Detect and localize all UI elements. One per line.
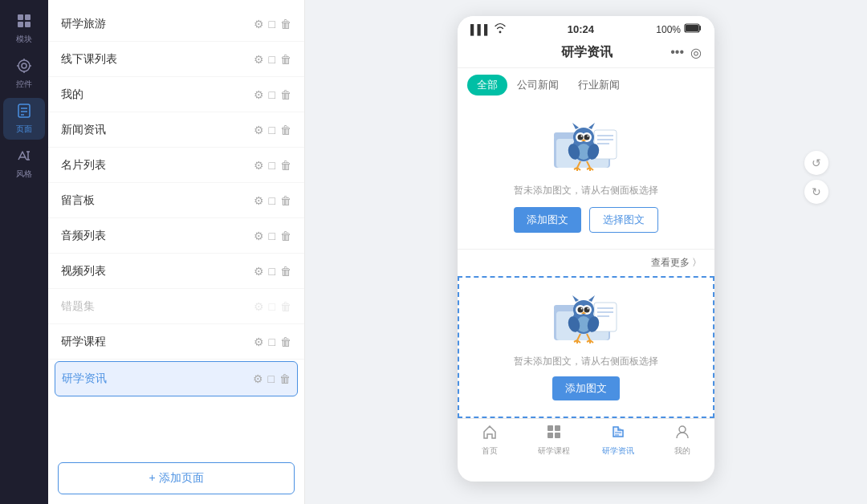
settings-icon[interactable]: ⚙ [254,159,264,172]
delete-icon[interactable]: 🗑 [279,372,291,385]
settings-icon[interactable]: ⚙ [254,230,264,242]
add-image-button-top[interactable]: 添加图文 [514,207,581,233]
svg-rect-1 [25,14,31,20]
nav-item-blocks[interactable]: 模块 [3,8,45,50]
undo-button[interactable]: ↺ [804,151,828,175]
copy-icon[interactable]: □ [269,265,275,278]
settings-icon[interactable]: ⚙ [254,18,264,30]
svg-rect-80 [555,433,560,438]
copy-icon[interactable]: □ [269,335,275,348]
bottom-nav-research-course[interactable]: 研学课程 [522,419,586,461]
battery-label: 100% [656,24,681,35]
page-item-name: 我的 [61,87,254,102]
svg-point-32 [578,135,584,140]
page-item-actions: ⚙ □ 🗑 [254,335,291,348]
owl-illustration-top [550,118,622,174]
delete-icon[interactable]: 🗑 [280,194,291,207]
settings-icon[interactable]: ⚙ [254,124,264,136]
copy-icon[interactable]: □ [269,18,275,30]
style-icon [16,148,32,166]
undo-redo-group: ↺ ↻ [804,151,828,204]
phone-frame: ▌▌▌ 10:24 100% [458,16,714,482]
page-item-schedule[interactable]: 线下课列表 ⚙ □ 🗑 [48,42,304,77]
settings-icon[interactable]: ⚙ [254,335,264,348]
bottom-nav-mine-label: 我的 [674,445,690,457]
svg-rect-0 [18,14,23,20]
svg-point-4 [22,63,26,68]
more-icon[interactable]: ••• [670,45,684,60]
nav-label-controls: 控件 [16,79,32,90]
page-item-news[interactable]: 新闻资讯 ⚙ □ 🗑 [48,112,304,148]
svg-rect-18 [686,25,698,31]
delete-icon: 🗑 [280,300,291,313]
delete-icon[interactable]: 🗑 [280,265,291,278]
svg-rect-78 [555,425,560,431]
settings-icon[interactable]: ⚙ [254,265,264,278]
phone-tab-company[interactable]: 公司新闻 [507,75,568,96]
bottom-nav-research-course-label: 研学课程 [538,445,570,457]
delete-icon[interactable]: 🗑 [280,18,291,30]
copy-icon[interactable]: □ [269,230,275,242]
copy-icon[interactable]: □ [269,53,275,66]
select-image-button-top[interactable]: 选择图文 [589,207,658,233]
svg-marker-57 [572,295,579,302]
page-item-video[interactable]: 视频列表 ⚙ □ 🗑 [48,254,304,289]
delete-icon[interactable]: 🗑 [280,159,291,172]
main-area: ↺ ↻ ▌▌▌ 10:24 10 [305,0,867,504]
delete-icon[interactable]: 🗑 [280,335,291,348]
copy-icon[interactable]: □ [269,88,275,101]
settings-icon[interactable]: ⚙ [253,372,263,385]
add-page-button[interactable]: + 添加页面 [58,462,295,494]
phone-container: ↺ ↻ ▌▌▌ 10:24 10 [305,0,867,504]
svg-marker-28 [572,123,579,129]
page-item-name: 音频列表 [61,229,254,243]
battery-icon [684,23,702,35]
copy-icon[interactable]: □ [269,194,275,207]
delete-icon[interactable]: 🗑 [280,53,291,66]
target-icon[interactable]: ◎ [690,45,702,60]
svg-rect-3 [25,22,31,27]
copy-icon[interactable]: □ [269,124,275,136]
settings-icon[interactable]: ⚙ [254,88,264,101]
nav-item-pages[interactable]: 页面 [3,98,45,140]
nav-item-style[interactable]: 风格 [3,143,45,185]
phone-tabs: 全部 公司新闻 行业新闻 [458,68,714,102]
page-item-cards[interactable]: 名片列表 ⚙ □ 🗑 [48,148,304,183]
page-item-actions: ⚙ □ 🗑 [254,300,291,313]
phone-tab-all[interactable]: 全部 [467,75,507,96]
page-item-actions: ⚙ □ 🗑 [253,372,291,385]
home-icon [482,424,498,444]
nav-item-controls[interactable]: 控件 [3,53,45,95]
bottom-nav-home[interactable]: 首页 [458,419,522,461]
page-item-name: 研学资讯 [62,372,253,386]
page-panel: 研学旅游 ⚙ □ 🗑 线下课列表 ⚙ □ 🗑 我的 ⚙ □ 🗑 [48,0,305,504]
page-item-mine[interactable]: 我的 ⚙ □ 🗑 [48,77,304,112]
page-item-audio[interactable]: 音频列表 ⚙ □ 🗑 [48,218,304,254]
view-more[interactable]: 查看更多 〉 [458,249,714,276]
image-placeholder-section-top: 暂未添加图文，请从右侧面板选择 添加图文 选择图文 [458,102,714,249]
page-item-research-news[interactable]: 研学资讯 ⚙ □ 🗑 [55,361,298,396]
settings-icon[interactable]: ⚙ [254,194,264,207]
delete-icon[interactable]: 🗑 [280,88,291,101]
redo-button[interactable]: ↻ [804,180,828,204]
page-item-actions: ⚙ □ 🗑 [254,159,291,172]
nav-label-style: 风格 [16,169,32,180]
selected-section[interactable]: 暂未添加图文，请从右侧面板选择 添加图文 ✎ + ∧ ∨ ↑ ☎ [458,276,714,418]
settings-icon[interactable]: ⚙ [254,53,264,66]
delete-icon[interactable]: 🗑 [280,230,291,242]
status-left: ▌▌▌ [470,22,506,36]
bottom-nav-mine[interactable]: 我的 [650,419,714,461]
svg-point-62 [584,307,590,313]
phone-tab-industry[interactable]: 行业新闻 [568,75,629,96]
bottom-nav-research-news[interactable]: 研学资讯 [586,419,650,461]
placeholder-buttons-top: 添加图文 选择图文 [514,207,658,233]
page-item-travel[interactable]: 研学旅游 ⚙ □ 🗑 [48,6,304,42]
add-image-button-bottom[interactable]: 添加图文 [552,376,620,400]
copy-icon[interactable]: □ [269,159,275,172]
copy-icon[interactable]: □ [268,372,275,385]
page-item-course[interactable]: 研学课程 ⚙ □ 🗑 [48,324,304,360]
svg-point-83 [679,426,686,433]
page-item-name: 视频列表 [61,264,254,278]
page-item-board[interactable]: 留言板 ⚙ □ 🗑 [48,183,304,218]
delete-icon[interactable]: 🗑 [280,124,291,136]
